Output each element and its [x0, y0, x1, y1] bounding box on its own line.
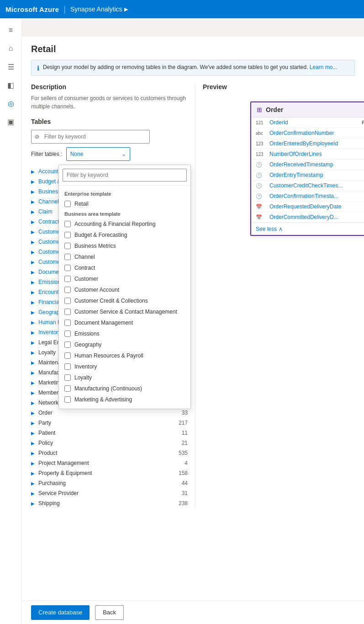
- checkbox-inventory[interactable]: [64, 363, 71, 370]
- tables-heading: Tables: [31, 118, 188, 125]
- dropdown-filter-input[interactable]: [63, 169, 187, 181]
- table-row[interactable]: ▶Shipping238: [31, 498, 188, 508]
- chevron-right-icon: ▶: [31, 441, 35, 446]
- chevron-up-icon: ∧: [279, 226, 283, 232]
- dropdown-item-customer-credit[interactable]: Customer Credit & Collections: [59, 295, 190, 306]
- field-name: OrderConfirmationTimesta...: [269, 193, 364, 199]
- sidebar-briefcase-icon[interactable]: ▣: [3, 113, 19, 130]
- checkbox-marketing[interactable]: [64, 396, 71, 403]
- chevron-right-icon: ▶: [31, 320, 35, 325]
- table-row[interactable]: ▶Service Provider31: [31, 488, 188, 498]
- dropdown-item-budget[interactable]: Budget & Forecasting: [59, 229, 190, 240]
- dropdown-item-hr[interactable]: Human Resources & Payroll: [59, 350, 190, 361]
- chevron-right-icon: ▶: [31, 411, 35, 416]
- dropdown-item-loyalty[interactable]: Loyalty: [59, 372, 190, 383]
- chevron-right-icon: ▶: [31, 229, 35, 235]
- checkbox-retail[interactable]: [64, 201, 71, 207]
- checkbox-loyalty[interactable]: [64, 374, 71, 381]
- chevron-right-icon: ▶: [31, 501, 35, 506]
- checkbox-channel[interactable]: [64, 254, 71, 260]
- back-button[interactable]: Back: [95, 605, 124, 620]
- chevron-right-icon: ▶: [31, 491, 35, 496]
- checkbox-customer-credit[interactable]: [64, 298, 71, 304]
- chevron-right-icon: ▶: [31, 169, 35, 174]
- filter-input-wrap: ⊘: [31, 130, 188, 144]
- dropdown-item-geography[interactable]: Geography: [59, 339, 190, 350]
- filter-keyword-input[interactable]: [31, 130, 150, 144]
- table-row[interactable]: ▶Purchasing44: [31, 478, 188, 488]
- checkbox-customer[interactable]: [64, 276, 71, 282]
- chevron-right-icon: ▶: [31, 240, 35, 245]
- checkbox-emissions[interactable]: [64, 331, 71, 337]
- dropdown-item-manufacturing[interactable]: Manufacturing (Continuous): [59, 383, 190, 394]
- create-database-button[interactable]: Create database: [31, 605, 90, 620]
- field-type-label: 121: [256, 120, 267, 125]
- info-banner: ℹ Design your model by adding or removin…: [31, 60, 355, 76]
- dropdown-item-retail[interactable]: Retail: [59, 198, 190, 209]
- dropdown-item-customer-account[interactable]: Customer Account: [59, 284, 190, 295]
- checkbox-customer-account[interactable]: [64, 287, 71, 293]
- dropdown-item-inventory[interactable]: Inventory: [59, 361, 190, 372]
- sidebar-home-icon[interactable]: ⌂: [3, 40, 19, 57]
- sidebar-expand-icon[interactable]: ≡: [3, 22, 19, 38]
- chevron-right-icon: ▶: [31, 330, 35, 335]
- field-type-label: 🕐: [256, 183, 267, 189]
- dropdown-item-channel[interactable]: Channel: [59, 251, 190, 262]
- field-name: OrderReceivedTimestamp: [269, 161, 364, 168]
- learn-more-link[interactable]: Learn mo...: [310, 64, 338, 70]
- table-row[interactable]: ▶Product535: [31, 448, 188, 458]
- table-row[interactable]: ▶Patient11: [31, 428, 188, 438]
- left-column: Description For sellers of consumer good…: [31, 83, 195, 508]
- synapse-label[interactable]: Synapse Analytics ▶: [70, 5, 128, 13]
- dropdown-chevron-icon: ⌄: [121, 151, 126, 157]
- checkbox-customer-service[interactable]: [64, 309, 71, 315]
- chevron-right-icon: ▶: [31, 390, 35, 395]
- checkbox-accounting[interactable]: [64, 221, 71, 227]
- checkbox-document[interactable]: [64, 320, 71, 326]
- dropdown-item-marketing[interactable]: Marketing & Advertising: [59, 394, 190, 405]
- field-type-label: abc: [256, 131, 267, 136]
- table-row[interactable]: ▶Property & Equipment158: [31, 468, 188, 478]
- description-text: For sellers of consumer goods or service…: [31, 94, 188, 111]
- dropdown-item-document[interactable]: Document Management: [59, 317, 190, 328]
- dropdown-item-emissions[interactable]: Emissions: [59, 328, 190, 339]
- sidebar-target-icon[interactable]: ◎: [3, 95, 19, 112]
- dropdown-item-customer[interactable]: Customer: [59, 273, 190, 284]
- filter-tables-dropdown[interactable]: None ⌄: [66, 147, 130, 161]
- checkbox-geography[interactable]: [64, 341, 71, 348]
- chevron-right-icon: ▶: [31, 451, 35, 456]
- order-field-row: 121 OrderId PK: [251, 117, 364, 128]
- dropdown-item-business-metrics[interactable]: Business Metrics: [59, 240, 190, 251]
- dropdown-item-accounting[interactable]: Accounting & Financial Reporting: [59, 219, 190, 229]
- filter-keyword-icon: ⊘: [35, 133, 39, 140]
- chevron-right-icon: ▶: [31, 179, 35, 184]
- field-name: CustomerCreditCheckTimes...: [269, 182, 364, 189]
- chevron-right-icon: ▶: [31, 300, 35, 305]
- right-column: Preview ⊞ Order 121 OrderId PK abc Order…: [195, 83, 355, 508]
- checkbox-hr[interactable]: [64, 352, 71, 359]
- checkbox-manufacturing[interactable]: [64, 385, 71, 392]
- table-row[interactable]: ▶Policy21: [31, 438, 188, 448]
- checkbox-budget[interactable]: [64, 232, 71, 238]
- field-name: OrderEntryTimestamp: [269, 172, 364, 178]
- sidebar-list-icon[interactable]: ☰: [3, 59, 19, 75]
- dropdown-item-contract[interactable]: Contract: [59, 262, 190, 273]
- chevron-right-icon: ▶: [31, 370, 35, 375]
- dropdown-item-customer-service[interactable]: Customer Service & Contact Management: [59, 306, 190, 317]
- order-field-row: 🕐 OrderReceivedTimestamp: [251, 160, 364, 170]
- table-row[interactable]: ▶Project Management4: [31, 458, 188, 468]
- order-field-row: 📅 OrderCommittedDeliveryD...: [251, 212, 364, 223]
- table-row[interactable]: ▶Party217: [31, 418, 188, 428]
- table-row[interactable]: ▶Order33: [31, 408, 188, 418]
- sidebar-layers-icon[interactable]: ◧: [3, 77, 19, 93]
- order-card-header: ⊞ Order: [251, 102, 364, 117]
- see-less-button[interactable]: See less ∧: [251, 223, 364, 235]
- chevron-right-icon: ▶: [31, 260, 35, 265]
- checkbox-contract[interactable]: [64, 265, 71, 271]
- info-text: Design your model by adding or removing …: [43, 64, 337, 70]
- page-title: Retail: [31, 44, 355, 54]
- chevron-right-icon: ▶: [31, 471, 35, 476]
- order-field-row: 123 NumberOfOrderLines: [251, 149, 364, 160]
- chevron-right-icon: ▶: [31, 350, 35, 355]
- checkbox-business-metrics[interactable]: [64, 243, 71, 249]
